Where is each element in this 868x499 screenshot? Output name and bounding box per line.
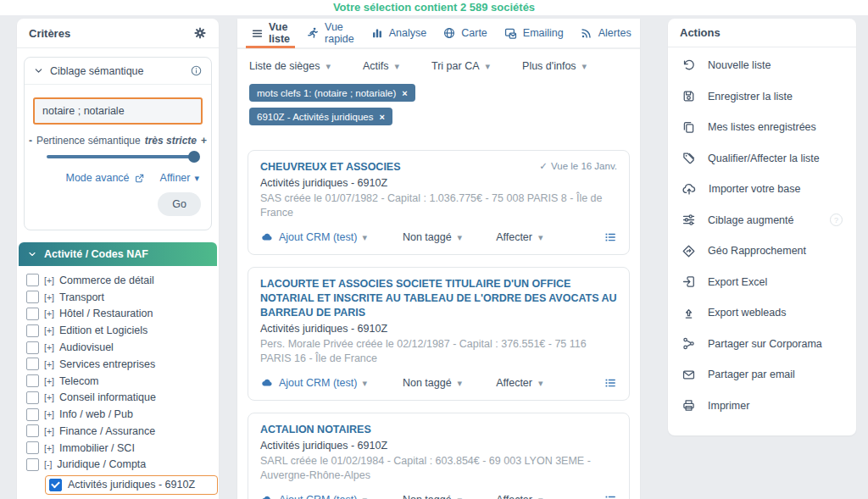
company-name-link[interactable]: LACOURTE ET ASSOCIES SOCIETE TITULAIRE D… <box>260 277 617 320</box>
naf-item[interactable]: [+]Info / web / Pub <box>26 406 219 423</box>
expander[interactable]: [+] <box>44 292 54 302</box>
list-details-icon[interactable] <box>604 230 617 244</box>
checkbox[interactable] <box>26 324 39 337</box>
tag-dropdown[interactable]: Non taggé▾ <box>403 231 462 243</box>
tab-analyse[interactable]: Analyse <box>369 19 428 47</box>
checkbox[interactable] <box>26 341 39 354</box>
company-name-link[interactable]: CHEUVREUX ET ASSOCIES <box>260 160 401 175</box>
expander[interactable]: [+] <box>44 308 54 319</box>
tab-vue-rapide[interactable]: Vue rapide <box>304 19 356 47</box>
tag-dropdown[interactable]: Non taggé▾ <box>403 377 462 389</box>
refine-link[interactable]: Affiner ▾ <box>160 172 199 184</box>
go-button[interactable]: Go <box>158 192 201 216</box>
action-import-base[interactable]: Importer votre base <box>682 174 843 205</box>
company-card[interactable]: ACTALION NOTAIRES Activités juridiques -… <box>248 413 630 499</box>
checkbox[interactable] <box>26 291 39 303</box>
list-details-icon[interactable] <box>604 376 617 390</box>
naf-item-selected[interactable]: Activités juridiques - 6910Z <box>45 473 219 496</box>
action-save-list[interactable]: Enregistrer la liste <box>682 81 843 113</box>
expander[interactable]: [+] <box>44 359 54 369</box>
naf-item[interactable]: [+]Transport <box>26 289 219 306</box>
remove-chip-icon[interactable]: × <box>379 112 384 122</box>
gear-icon[interactable] <box>193 26 207 40</box>
action-geo-matching[interactable]: Géo Rapprochement <box>682 236 843 267</box>
naf-item[interactable]: [+]Immobilier / SCI <box>26 440 219 457</box>
action-augmented-targeting[interactable]: Ciblage augmenté? <box>682 205 843 236</box>
naf-item[interactable]: [+]Audiovisuel <box>26 339 219 356</box>
checkbox[interactable] <box>26 424 39 437</box>
chevron-down-icon[interactable] <box>33 65 44 76</box>
relevance-increase-button[interactable]: + <box>201 135 207 147</box>
assign-dropdown[interactable]: Affecter▾ <box>496 231 542 243</box>
naf-item[interactable]: [+]Commerce de détail <box>26 272 219 289</box>
checkbox[interactable] <box>26 441 39 454</box>
checkbox[interactable] <box>26 374 39 387</box>
checkbox[interactable] <box>26 408 39 421</box>
tab-vue-liste[interactable]: Vue liste <box>249 19 292 47</box>
checkbox[interactable] <box>26 274 39 286</box>
expander[interactable]: [+] <box>44 342 54 352</box>
company-name-link[interactable]: ACTALION NOTAIRES <box>260 423 371 437</box>
filter-more-dropdown[interactable]: Plus d'infos▾ <box>522 60 587 72</box>
naf-item[interactable]: [+]Conseil informatique <box>26 389 219 406</box>
action-export-webleads[interactable]: Export webleads <box>682 297 843 329</box>
help-icon[interactable]: ? <box>830 213 843 226</box>
crm-dropdown[interactable]: Ajout CRM (test)▾ <box>260 376 367 390</box>
expander[interactable]: [+] <box>44 325 54 335</box>
filter-chip-naf[interactable]: 6910Z - Activités juridiques× <box>249 108 392 125</box>
action-export-excel[interactable]: Export Excel <box>682 267 843 298</box>
info-icon[interactable] <box>190 64 203 77</box>
filter-sort-dropdown[interactable]: Tri par CA▾ <box>431 60 490 72</box>
relevance-decrease-button[interactable]: - <box>29 135 32 147</box>
naf-item[interactable]: [+]Edition et Logiciels <box>26 322 219 339</box>
tab-carte[interactable]: Carte <box>441 19 489 47</box>
action-print[interactable]: Imprimer <box>682 391 843 422</box>
action-share-email[interactable]: Partager par email <box>682 359 843 391</box>
naf-section-header[interactable]: Activité / Codes NAF <box>19 242 217 266</box>
company-card[interactable]: LACOURTE ET ASSOCIES SOCIETE TITULAIRE D… <box>248 267 630 401</box>
relevance-slider[interactable] <box>47 155 198 158</box>
crm-label: Ajout CRM (test) <box>279 231 357 243</box>
filter-scope-dropdown[interactable]: Liste de sièges▾ <box>249 60 331 72</box>
list-details-icon[interactable] <box>604 493 617 499</box>
expander[interactable]: [+] <box>44 409 54 419</box>
crm-dropdown[interactable]: Ajout CRM (test)▾ <box>260 230 367 244</box>
checkbox[interactable] <box>26 458 39 471</box>
assign-dropdown[interactable]: Affecter▾ <box>496 377 542 389</box>
remove-chip-icon[interactable]: × <box>402 88 407 98</box>
actions-title: Actions <box>680 26 721 39</box>
tab-emailing[interactable]: Emailing <box>502 19 565 47</box>
filter-status-dropdown[interactable]: Actifs▾ <box>363 60 399 72</box>
company-card[interactable]: CHEUVREUX ET ASSOCIES ✓Vue le 16 Janv. A… <box>248 150 630 255</box>
expander[interactable]: [+] <box>44 392 54 402</box>
naf-item[interactable]: [+]Finance / Assurance <box>26 423 219 440</box>
checkbox[interactable] <box>26 358 39 370</box>
assign-dropdown[interactable]: Affecter▾ <box>496 494 542 499</box>
advanced-mode-link[interactable]: Mode avancé <box>66 172 145 184</box>
keywords-input[interactable] <box>33 97 203 125</box>
naf-item[interactable]: [+]Hôtel / Restauration <box>26 306 219 323</box>
naf-item[interactable]: [-]Juridique / Compta <box>26 457 219 474</box>
semantic-section-header[interactable]: Ciblage sémantique <box>25 58 211 85</box>
expander[interactable]: [+] <box>44 443 54 453</box>
expander[interactable]: [+] <box>44 376 54 386</box>
tag-dropdown[interactable]: Non taggé▾ <box>403 494 462 499</box>
crm-dropdown[interactable]: Ajout CRM (test)▾ <box>260 493 367 499</box>
checkbox[interactable] <box>26 391 39 404</box>
action-share-corporama[interactable]: Partager sur Corporama <box>682 329 843 360</box>
slider-knob[interactable] <box>188 151 200 163</box>
expander[interactable]: [-] <box>44 459 52 469</box>
action-my-lists[interactable]: Mes listes enregistrées <box>682 112 843 143</box>
checkbox-checked[interactable] <box>49 479 62 491</box>
action-label: Export webleads <box>708 307 786 319</box>
checkbox[interactable] <box>26 308 39 320</box>
chevron-down-icon[interactable] <box>27 249 37 259</box>
action-qualify-list[interactable]: Qualifier/Affecter la liste <box>682 143 843 175</box>
naf-item[interactable]: [+]Telecom <box>26 373 219 390</box>
expander[interactable]: [+] <box>44 275 54 286</box>
tab-alertes[interactable]: Alertes <box>578 19 633 47</box>
filter-chip-keywords[interactable]: mots clefs 1: (notaire ; notariale)× <box>249 84 415 102</box>
action-new-list[interactable]: Nouvelle liste <box>682 50 843 81</box>
naf-item[interactable]: [+]Services entreprises <box>26 356 219 373</box>
expander[interactable]: [+] <box>44 426 54 436</box>
